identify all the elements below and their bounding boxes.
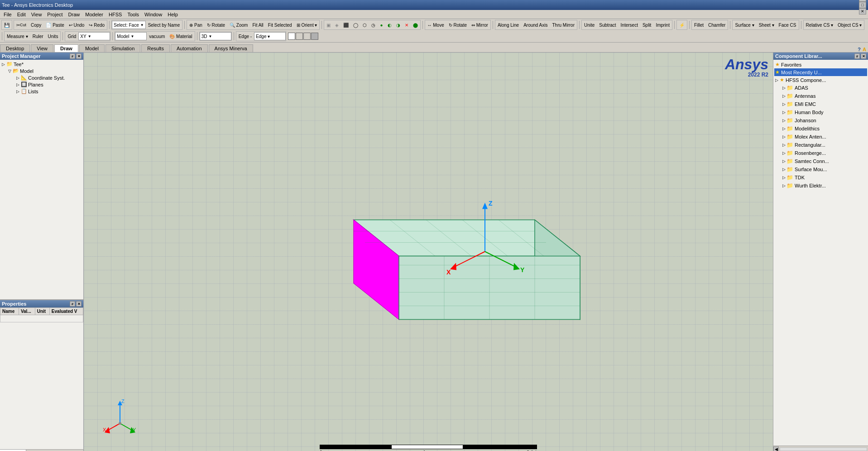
tree-item-model[interactable]: ▽ 📂 Model [7, 67, 82, 74]
comp-lib-surface-mou[interactable]: ▷ 📁 Surface Mou... [774, 165, 867, 173]
measure-button[interactable]: Measure ▾ [5, 32, 30, 41]
tab-draw[interactable]: Draw [54, 44, 78, 52]
subtract-button[interactable]: Subtract [597, 20, 618, 29]
shape5-button[interactable]: ⬡ [360, 20, 369, 29]
comp-lib-adas[interactable]: ▷ 📁 ADAS [774, 84, 867, 92]
comp-lib-antennas[interactable]: ▷ 📁 Antennas [774, 92, 867, 100]
color-gray-btn[interactable] [296, 33, 303, 40]
mirror-button[interactable]: ⇔ Mirror [469, 20, 490, 29]
menu-hfss[interactable]: HFSS [106, 11, 125, 18]
around-axis-button[interactable]: Around Axis [521, 20, 550, 29]
zoom-button[interactable]: 🔍 Zoom [227, 20, 250, 29]
tab-automation[interactable]: Automation [171, 44, 208, 52]
tdk-expand[interactable]: ▷ [782, 175, 786, 180]
menu-modeler[interactable]: Modeler [82, 11, 106, 18]
shape6-button[interactable]: ◷ [369, 20, 378, 29]
split-button[interactable]: Split [640, 20, 653, 29]
shape9-button[interactable]: ◑ [394, 20, 403, 29]
edge-dropdown[interactable]: Edge ▾ [254, 32, 286, 40]
hfss-expand[interactable]: ▷ [775, 78, 778, 82]
comp-lib-scroll-left[interactable]: ◀ [773, 446, 779, 451]
fit-selected-button[interactable]: Fit Selected [266, 20, 294, 29]
undo-button[interactable]: ↩ Undo [67, 20, 87, 29]
wurth-expand[interactable]: ▷ [782, 183, 786, 188]
chamfer-button[interactable]: Chamfer [706, 20, 728, 29]
pan-button[interactable]: ⊕ Pan [187, 20, 205, 29]
thru-mirror-button[interactable]: Thru Mirror [550, 20, 577, 29]
ruler-button[interactable]: Ruler [30, 32, 46, 41]
rotate-button[interactable]: ↻ Rotate [205, 20, 227, 29]
facecs-button[interactable]: Face CS [777, 20, 799, 29]
maximize-button[interactable]: □ [859, 2, 866, 8]
unite-button[interactable]: Unite [582, 20, 597, 29]
tee-expand[interactable]: ▷ [2, 62, 6, 67]
tree-item-coordinate-syst[interactable]: ▷ 📐 Coordinate Syst. [15, 74, 82, 81]
model-dropdown[interactable]: Model ▼ [115, 32, 147, 40]
redo-button[interactable]: ↪ Redo [86, 20, 107, 29]
props-pin-button[interactable]: # [70, 301, 75, 307]
viewport[interactable]: Ansys 2022 R2 [84, 53, 773, 451]
comp-lib-scroll-track[interactable] [780, 447, 867, 451]
save-button[interactable]: 💾 [2, 20, 12, 29]
xy-dropdown[interactable]: XY ▼ [78, 32, 110, 40]
intersect-button[interactable]: Intersect [619, 20, 640, 29]
grid-button[interactable]: Grid [65, 32, 78, 41]
along-line-button[interactable]: Along Line [495, 20, 521, 29]
shape11-button[interactable]: ⬤ [411, 20, 420, 29]
tree-item-lists[interactable]: ▷ 📋 Lists [15, 88, 82, 95]
surface-expand[interactable]: ▷ [782, 167, 786, 172]
sheet-dropdown-button[interactable]: Sheet ▾ [757, 20, 777, 29]
menu-tools[interactable]: Tools [125, 11, 142, 18]
copy-button[interactable]: Copy [29, 20, 43, 29]
comp-lib-johanson[interactable]: ▷ 📁 Johanson [774, 116, 867, 125]
pm-close-button[interactable]: ✕ [76, 53, 82, 59]
antennas-expand[interactable]: ▷ [782, 94, 786, 98]
tab-model[interactable]: Model [79, 44, 105, 52]
comp-lib-hfss-components[interactable]: ▷ ★ HFSS Compone... [774, 76, 867, 84]
tab-view[interactable]: View [31, 44, 53, 52]
vacuum-button[interactable]: vacuum [147, 32, 167, 41]
cs-expand[interactable]: ▷ [16, 76, 21, 80]
menu-project[interactable]: Project [44, 11, 65, 18]
color-btn4[interactable] [311, 33, 318, 40]
shape7-button[interactable]: ● [378, 20, 385, 29]
comp-lib-pin-button[interactable]: # [854, 53, 860, 59]
relative-cs-button[interactable]: Relative CS ▾ [804, 20, 836, 29]
select-by-name-button[interactable]: Select by Name [146, 20, 182, 29]
tab-ansys-minerva[interactable]: Ansys Minerva [209, 44, 253, 52]
comp-lib-scrollbar[interactable]: ◀ [773, 446, 868, 451]
molex-expand[interactable]: ▷ [782, 134, 786, 139]
surface-dropdown-button[interactable]: Surface ▾ [733, 20, 756, 29]
orient-button[interactable]: ⊞ Orient ▾ [294, 20, 320, 29]
tree-item-tee[interactable]: ▷ 📁 Tee* [1, 61, 82, 67]
tab-results[interactable]: Results [141, 44, 170, 52]
fit-all-button[interactable]: Fit All [250, 20, 265, 29]
rect-expand[interactable]: ▷ [782, 143, 786, 147]
fillet-button[interactable]: Fillet [692, 20, 706, 29]
comp-lib-molex[interactable]: ▷ 📁 Molex Anten... [774, 133, 867, 141]
rotate3d-button[interactable]: ↻ Rotate [446, 20, 469, 29]
menu-view[interactable]: View [29, 11, 45, 18]
material-button[interactable]: 🎨 Material [167, 32, 194, 41]
pm-pin-button[interactable]: # [70, 53, 75, 59]
shape10-button[interactable]: ✕ [403, 20, 411, 29]
comp-lib-favorites[interactable]: ★ Favorites [774, 61, 867, 68]
paste-button[interactable]: 📄 Paste [43, 20, 66, 29]
comp-lib-most-recently[interactable]: ★ Most Recently U... [774, 68, 867, 76]
planes-expand[interactable]: ▷ [16, 82, 21, 87]
menu-help[interactable]: Help [165, 11, 181, 18]
icon-a-button[interactable]: ⚡ [677, 20, 687, 29]
units-button[interactable]: Units [46, 32, 61, 41]
menu-window[interactable]: Window [142, 11, 165, 18]
comp-lib-emi-emc[interactable]: ▷ 📁 EMI EMC [774, 100, 867, 108]
hb-expand[interactable]: ▷ [782, 110, 786, 115]
shape3-button[interactable]: ⬛ [341, 20, 351, 29]
samtec-expand[interactable]: ▷ [782, 159, 786, 163]
imprint-button[interactable]: Imprint [653, 20, 672, 29]
shape1-button[interactable]: ▣ [324, 20, 333, 29]
adas-expand[interactable]: ▷ [782, 86, 786, 90]
select-face-dropdown[interactable]: Select: Face ▼ [112, 21, 146, 29]
comp-lib-tdk[interactable]: ▷ 📁 TDK [774, 173, 867, 182]
emi-expand[interactable]: ▷ [782, 102, 786, 106]
comp-lib-close-button[interactable]: ✕ [861, 53, 866, 59]
